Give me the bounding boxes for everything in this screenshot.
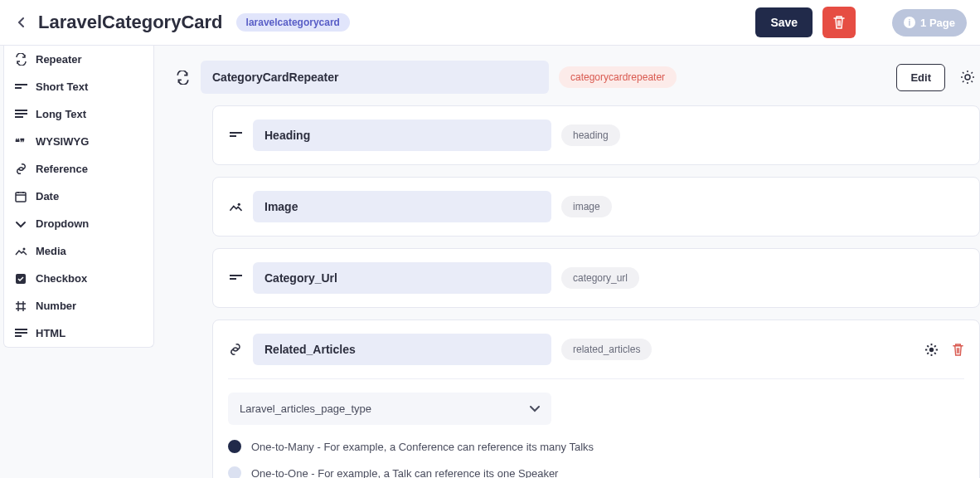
field-card-related-articles: related_articles Laravel_articles_page_t… xyxy=(212,319,980,478)
svg-point-6 xyxy=(965,75,970,80)
radio-dot-selected xyxy=(228,440,241,453)
info-icon: i xyxy=(904,17,915,28)
field-name-input[interactable] xyxy=(253,120,551,151)
repeater-slug-chip: categorycardrepeater xyxy=(559,66,677,88)
sidebar-item-wysiwyg[interactable]: ❝❞ WYSIWYG xyxy=(4,128,153,155)
repeater-icon xyxy=(174,69,191,85)
trash-icon xyxy=(832,15,846,30)
field-slug-chip: image xyxy=(561,196,612,217)
sidebar-item-repeater[interactable]: Repeater xyxy=(4,46,153,73)
settings-button[interactable] xyxy=(955,65,980,90)
wysiwyg-icon: ❝❞ xyxy=(14,137,27,147)
svg-point-7 xyxy=(237,202,240,205)
field-types-sidebar: Repeater Short Text Long Text ❝❞ WYSIWYG… xyxy=(3,46,154,348)
dropdown-icon xyxy=(14,220,27,228)
field-slug-chip: heading xyxy=(561,124,620,146)
svg-text:❝❞: ❝❞ xyxy=(15,137,25,147)
svg-point-4 xyxy=(22,247,25,250)
sidebar-item-date[interactable]: Date xyxy=(4,183,153,210)
radio-label: One-to-One - For example, a Talk can ref… xyxy=(251,467,558,479)
sidebar-item-reference[interactable]: Reference xyxy=(4,155,153,183)
date-icon xyxy=(14,191,27,202)
sidebar-item-label: Checkbox xyxy=(36,272,87,285)
sidebar-item-label: Long Text xyxy=(36,108,86,120)
shorttext-icon xyxy=(228,131,243,139)
save-button[interactable]: Save xyxy=(755,7,813,37)
gear-icon xyxy=(924,343,939,357)
svg-rect-3 xyxy=(16,193,26,202)
longtext-icon xyxy=(14,110,27,120)
radio-label: One-to-Many - For example, a Conference … xyxy=(251,441,594,453)
radio-one-to-many[interactable]: One-to-Many - For example, a Conference … xyxy=(228,440,964,453)
pages-count-label: 1 Page xyxy=(920,17,955,29)
divider xyxy=(228,378,964,379)
field-slug-chip: related_articles xyxy=(561,339,652,360)
svg-text:i: i xyxy=(909,18,911,27)
field-settings-button[interactable] xyxy=(919,338,944,362)
sidebar-item-checkbox[interactable]: Checkbox xyxy=(4,265,153,292)
field-card-heading: heading xyxy=(212,105,980,165)
sidebar-item-short-text[interactable]: Short Text xyxy=(4,73,153,100)
trash-icon xyxy=(952,343,964,357)
page-slug-badge: laravelcategorycard xyxy=(236,13,350,32)
edit-button[interactable]: Edit xyxy=(896,64,945,91)
shorttext-icon xyxy=(228,274,243,282)
field-delete-button[interactable] xyxy=(952,343,964,357)
sidebar-item-label: WYSIWYG xyxy=(36,135,89,148)
html-icon xyxy=(14,329,27,339)
sidebar-item-label: Repeater xyxy=(36,53,82,66)
field-name-input[interactable] xyxy=(253,191,551,222)
checkbox-icon xyxy=(14,273,27,285)
field-card-image: image xyxy=(212,177,980,237)
page-title: LaravelCategoryCard xyxy=(38,12,223,33)
number-icon xyxy=(14,300,27,312)
sidebar-item-label: Dropdown xyxy=(36,217,89,230)
repeater-name-input[interactable] xyxy=(201,61,549,94)
sidebar-item-long-text[interactable]: Long Text xyxy=(4,100,153,128)
sidebar-item-label: Short Text xyxy=(36,80,88,93)
sidebar-item-media[interactable]: Media xyxy=(4,237,153,265)
sidebar-item-label: Media xyxy=(36,245,66,257)
chevron-down-icon xyxy=(530,406,540,412)
sidebar-item-label: Number xyxy=(36,300,76,312)
sidebar-item-label: Date xyxy=(36,190,59,202)
sidebar-item-html[interactable]: HTML xyxy=(4,319,153,347)
sidebar-item-dropdown[interactable]: Dropdown xyxy=(4,210,153,237)
radio-dot xyxy=(228,466,241,478)
media-icon xyxy=(14,246,27,256)
pages-count-badge[interactable]: i 1 Page xyxy=(892,9,967,37)
reference-icon xyxy=(228,343,243,356)
radio-one-to-one[interactable]: One-to-One - For example, a Talk can ref… xyxy=(228,466,964,478)
svg-point-8 xyxy=(929,347,934,351)
field-name-input[interactable] xyxy=(253,334,551,365)
reference-type-select[interactable]: Laravel_articles_page_type xyxy=(228,393,551,425)
back-button[interactable] xyxy=(13,14,30,31)
shorttext-icon xyxy=(14,83,27,91)
repeater-icon xyxy=(14,53,27,66)
reference-icon xyxy=(14,163,27,175)
sidebar-item-number[interactable]: Number xyxy=(4,292,153,319)
field-card-category-url: category_url xyxy=(212,248,980,308)
delete-button[interactable] xyxy=(822,7,856,38)
sidebar-item-label: Reference xyxy=(36,163,88,175)
field-slug-chip: category_url xyxy=(561,267,639,289)
dropdown-value: Laravel_articles_page_type xyxy=(240,402,371,415)
media-icon xyxy=(228,202,243,212)
sidebar-item-label: HTML xyxy=(36,327,65,339)
field-name-input[interactable] xyxy=(253,262,551,294)
gear-icon xyxy=(960,70,975,85)
